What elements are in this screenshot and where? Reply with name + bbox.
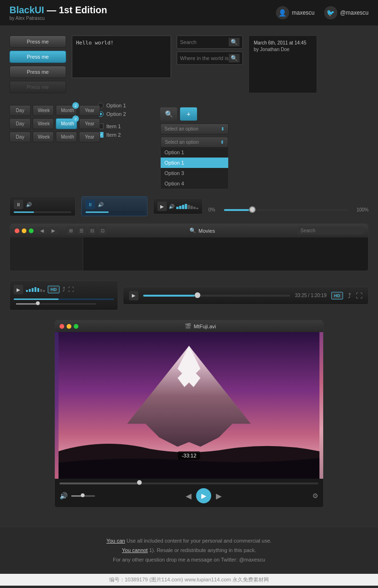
vol-seg-8: [196, 208, 198, 209]
browser-content: [10, 237, 368, 271]
forward-button[interactable]: ▶: [49, 227, 58, 234]
footer-text-2: 1). Resale or redistribute anything in t…: [148, 547, 256, 553]
wide-play-button[interactable]: ▶: [129, 291, 138, 300]
wide-share-button[interactable]: ⤴: [348, 292, 351, 299]
vol-seg-4: [185, 204, 187, 209]
slider-max: 100%: [352, 207, 369, 212]
video-minimize-light[interactable]: [67, 324, 71, 329]
video-close-light[interactable]: [60, 324, 64, 329]
dropdown-option-2[interactable]: Option 1: [161, 158, 228, 168]
dropdown-option-1[interactable]: Option 1: [161, 147, 228, 158]
mini-video-progress: [14, 298, 114, 300]
search-input-1[interactable]: [180, 39, 229, 45]
search-column: 🔍 🔍: [177, 35, 243, 93]
video-play-button[interactable]: ▶: [196, 488, 211, 503]
wide-progress-track[interactable]: [143, 295, 290, 297]
wide-time: 33:25 / 1:20:19: [295, 293, 326, 298]
mini-bar-2: [29, 289, 31, 292]
date-btn-month-1[interactable]: Month 2: [56, 105, 77, 116]
you-cannot-link[interactable]: You cannot: [122, 547, 148, 553]
mini-player-1: ⏸ 🔊: [9, 196, 76, 216]
grid-view-button[interactable]: ⊞: [67, 227, 75, 235]
back-button[interactable]: ◀: [37, 227, 47, 234]
twitter-handle: @maxescu: [340, 9, 369, 16]
select-1[interactable]: Select an option ⬍: [160, 123, 229, 134]
pause-button-1[interactable]: ⏸: [14, 200, 23, 209]
select-2-arrow: ⬍: [220, 140, 224, 145]
date-btn-year-3[interactable]: Year: [79, 132, 100, 142]
panel-view-button[interactable]: ⊟: [88, 227, 96, 235]
video-vol-slider[interactable]: [71, 495, 95, 497]
social-item-twitter[interactable]: 🐦 @maxescu: [324, 6, 369, 19]
vol-seg-2: [179, 206, 181, 209]
mini-fullscreen-button[interactable]: ⛶: [68, 286, 74, 293]
vol-seg-1: [176, 207, 179, 209]
user-icon: 👤: [276, 6, 289, 19]
mini-bar-1: [26, 290, 28, 292]
social-item-user[interactable]: 👤 maxescu: [276, 6, 315, 19]
slider-thumb[interactable]: [249, 206, 256, 213]
date-btn-day-3[interactable]: Day: [9, 132, 31, 142]
close-traffic-light[interactable]: [15, 228, 19, 233]
video-frame: -33:12: [55, 332, 323, 479]
video-title-area: 🎬 MtFuji.avi: [82, 323, 318, 329]
add-action-button[interactable]: +: [180, 107, 197, 121]
maximize-traffic-light[interactable]: [29, 228, 34, 233]
watermark-text: 编号：10389179 (图片114.com) www.tupian114.co…: [109, 577, 269, 582]
slider-fill: [224, 209, 249, 211]
slider-track[interactable]: [224, 209, 348, 211]
date-btn-month-3[interactable]: Month: [56, 132, 77, 142]
date-btn-year-2[interactable]: Year: [79, 118, 100, 129]
search-input-2[interactable]: [180, 55, 229, 61]
dropdown-option-3[interactable]: Option 3: [161, 168, 228, 178]
notification-author: by Jonathan Doe: [254, 46, 312, 53]
press-me-button-2[interactable]: Press me: [9, 51, 66, 63]
list-view-button[interactable]: ☰: [77, 227, 86, 235]
browser-nav: ◀ ▶: [37, 227, 58, 234]
vol-icon-3: 🔊: [169, 204, 174, 209]
video-controls: 🔊 ◀ ▶ ▶ ⚙: [55, 479, 323, 507]
video-vol-thumb: [81, 493, 85, 497]
date-btn-month-2[interactable]: Month 2: [56, 118, 77, 129]
date-btn-week-2[interactable]: Week: [33, 118, 54, 129]
mini-share-button[interactable]: ⤴: [62, 286, 65, 293]
video-vol-button[interactable]: 🔊: [60, 492, 68, 500]
mini-vol-track: [16, 303, 96, 305]
press-me-button-1[interactable]: Press me: [9, 35, 66, 48]
video-maximize-light[interactable]: [74, 324, 78, 329]
mini-video-play[interactable]: ▶: [14, 285, 23, 294]
video-player-section: 🎬 MtFuji.avi: [9, 320, 369, 508]
video-settings-button[interactable]: ⚙: [312, 492, 318, 500]
view-buttons: ⊞ ☰ ⊟ ⊡: [67, 227, 107, 235]
date-btn-year-1[interactable]: Year: [79, 105, 100, 116]
footer: You can Use all included content for you…: [0, 527, 378, 574]
wide-progress-thumb: [195, 292, 200, 298]
media-browser: ◀ ▶ ⊞ ☰ ⊟ ⊡ 🔍 Movies: [9, 223, 369, 271]
time-overlay-text: -33:12: [178, 451, 200, 460]
video-progress-bar[interactable]: [60, 483, 318, 484]
date-btn-day-1[interactable]: Day: [9, 105, 31, 116]
date-btn-day-2[interactable]: Day: [9, 118, 31, 129]
text-area[interactable]: Hello world!: [72, 35, 171, 78]
option-checkbox-2: ✓ Item 2: [98, 132, 155, 138]
select-2-label: Select an option: [165, 140, 199, 145]
cover-view-button[interactable]: ⊡: [98, 227, 107, 235]
pause-button-2[interactable]: ⏸: [86, 200, 95, 209]
wide-fullscreen-button[interactable]: ⛶: [356, 292, 362, 299]
search-button-2[interactable]: 🔍: [229, 54, 240, 62]
you-can-link[interactable]: You can: [106, 538, 125, 544]
search-button-1[interactable]: 🔍: [229, 38, 240, 46]
date-btn-week-3[interactable]: Week: [33, 132, 54, 142]
minimize-traffic-light[interactable]: [22, 228, 26, 233]
dropdown-option-4[interactable]: Option 4: [161, 178, 228, 189]
press-me-button-3[interactable]: Press me: [9, 66, 66, 78]
select-2[interactable]: Select an option ⬍: [161, 137, 228, 147]
date-btn-week-1[interactable]: Week: [33, 105, 54, 116]
play-button-3[interactable]: ▶: [157, 202, 167, 211]
vol-seg-3: [182, 205, 184, 209]
browser-search-input[interactable]: [298, 227, 363, 235]
search-action-button[interactable]: 🔍: [160, 107, 177, 121]
video-prev-button[interactable]: ◀: [186, 491, 191, 500]
video-next-button[interactable]: ▶: [216, 491, 222, 500]
search-box-2: 🔍: [177, 52, 243, 65]
